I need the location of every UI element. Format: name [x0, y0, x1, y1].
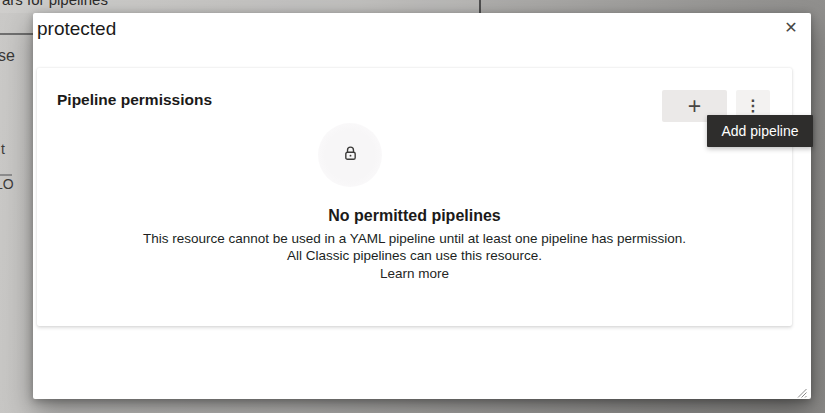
protected-resource-dialog: protected ✕ Pipeline permissions + ⋮	[33, 13, 811, 399]
card-heading: Pipeline permissions	[57, 91, 212, 109]
screen: ars for pipelines se t LO protected ✕ Pi…	[0, 0, 825, 413]
background-text-fragment: se	[0, 47, 15, 65]
empty-state-text: No permitted pipelines This resource can…	[37, 207, 792, 282]
background-text-fragment: ars for pipelines	[2, 0, 108, 8]
pipeline-permissions-card: Pipeline permissions + ⋮ No permitted	[37, 68, 792, 326]
empty-state-line2: All Classic pipelines can use this resou…	[37, 247, 792, 264]
tooltip-label: Add pipeline	[721, 123, 798, 139]
close-button[interactable]: ✕	[780, 17, 802, 39]
lock-icon	[342, 145, 359, 166]
background-divider	[0, 33, 33, 35]
background-text-fragment: LO	[0, 176, 14, 192]
learn-more-link[interactable]: Learn more	[380, 265, 449, 282]
dialog-title: protected	[37, 18, 116, 40]
close-icon: ✕	[784, 17, 797, 39]
empty-state-title: No permitted pipelines	[37, 207, 792, 225]
empty-state-line1: This resource cannot be used in a YAML p…	[37, 230, 792, 247]
kebab-menu-icon: ⋮	[745, 98, 761, 114]
background-column-divider	[479, 0, 481, 13]
resize-handle-icon[interactable]	[796, 384, 807, 395]
plus-icon: +	[688, 95, 701, 118]
background-text-fragment: t	[1, 141, 5, 157]
empty-state-illustration	[318, 123, 382, 187]
add-pipeline-tooltip: Add pipeline	[707, 115, 813, 147]
